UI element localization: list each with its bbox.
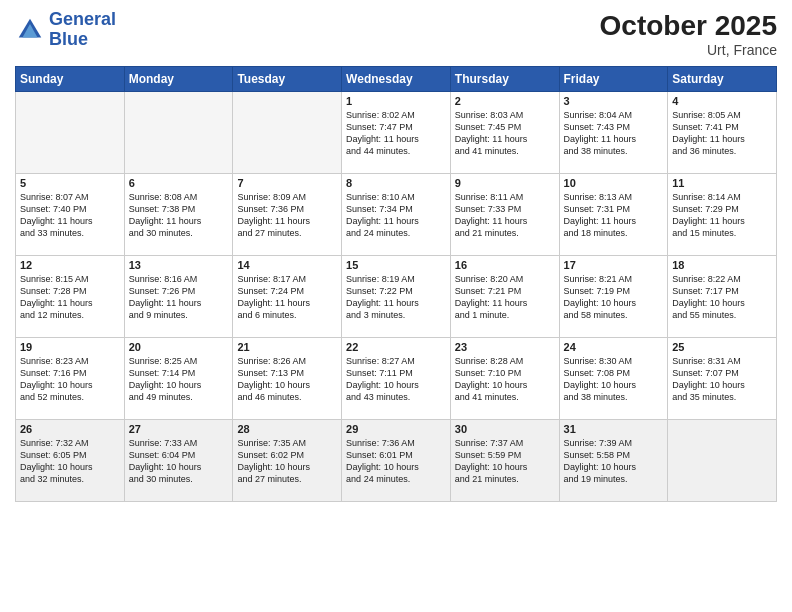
logo-text: General Blue xyxy=(49,10,116,50)
day-number: 11 xyxy=(672,177,772,189)
day-number: 26 xyxy=(20,423,120,435)
location: Urt, France xyxy=(600,42,777,58)
calendar-day-cell: 30Sunrise: 7:37 AMSunset: 5:59 PMDayligh… xyxy=(450,420,559,502)
calendar-day-cell: 14Sunrise: 8:17 AMSunset: 7:24 PMDayligh… xyxy=(233,256,342,338)
day-info: Sunrise: 8:07 AMSunset: 7:40 PMDaylight:… xyxy=(20,191,120,240)
day-number: 21 xyxy=(237,341,337,353)
weekday-header: Wednesday xyxy=(342,67,451,92)
calendar-day-cell: 26Sunrise: 7:32 AMSunset: 6:05 PMDayligh… xyxy=(16,420,125,502)
day-number: 23 xyxy=(455,341,555,353)
calendar-day-cell: 22Sunrise: 8:27 AMSunset: 7:11 PMDayligh… xyxy=(342,338,451,420)
day-info: Sunrise: 8:19 AMSunset: 7:22 PMDaylight:… xyxy=(346,273,446,322)
calendar-week-row: 5Sunrise: 8:07 AMSunset: 7:40 PMDaylight… xyxy=(16,174,777,256)
day-number: 22 xyxy=(346,341,446,353)
calendar-day-cell: 18Sunrise: 8:22 AMSunset: 7:17 PMDayligh… xyxy=(668,256,777,338)
day-number: 8 xyxy=(346,177,446,189)
logo-line1: General xyxy=(49,10,116,30)
day-number: 7 xyxy=(237,177,337,189)
weekday-header: Friday xyxy=(559,67,668,92)
day-number: 17 xyxy=(564,259,664,271)
calendar-week-row: 19Sunrise: 8:23 AMSunset: 7:16 PMDayligh… xyxy=(16,338,777,420)
calendar-day-cell: 4Sunrise: 8:05 AMSunset: 7:41 PMDaylight… xyxy=(668,92,777,174)
day-number: 27 xyxy=(129,423,229,435)
day-info: Sunrise: 8:10 AMSunset: 7:34 PMDaylight:… xyxy=(346,191,446,240)
weekday-header: Tuesday xyxy=(233,67,342,92)
calendar-day-cell xyxy=(124,92,233,174)
calendar-day-cell: 1Sunrise: 8:02 AMSunset: 7:47 PMDaylight… xyxy=(342,92,451,174)
day-number: 5 xyxy=(20,177,120,189)
calendar-day-cell: 23Sunrise: 8:28 AMSunset: 7:10 PMDayligh… xyxy=(450,338,559,420)
calendar-day-cell: 24Sunrise: 8:30 AMSunset: 7:08 PMDayligh… xyxy=(559,338,668,420)
calendar-day-cell xyxy=(233,92,342,174)
day-number: 30 xyxy=(455,423,555,435)
day-number: 3 xyxy=(564,95,664,107)
day-number: 15 xyxy=(346,259,446,271)
calendar-day-cell: 17Sunrise: 8:21 AMSunset: 7:19 PMDayligh… xyxy=(559,256,668,338)
weekday-header: Thursday xyxy=(450,67,559,92)
day-info: Sunrise: 8:16 AMSunset: 7:26 PMDaylight:… xyxy=(129,273,229,322)
day-number: 29 xyxy=(346,423,446,435)
day-info: Sunrise: 8:03 AMSunset: 7:45 PMDaylight:… xyxy=(455,109,555,158)
calendar-day-cell xyxy=(668,420,777,502)
calendar-day-cell: 7Sunrise: 8:09 AMSunset: 7:36 PMDaylight… xyxy=(233,174,342,256)
day-info: Sunrise: 7:32 AMSunset: 6:05 PMDaylight:… xyxy=(20,437,120,486)
calendar-day-cell: 19Sunrise: 8:23 AMSunset: 7:16 PMDayligh… xyxy=(16,338,125,420)
calendar-day-cell xyxy=(16,92,125,174)
calendar-week-row: 1Sunrise: 8:02 AMSunset: 7:47 PMDaylight… xyxy=(16,92,777,174)
day-info: Sunrise: 7:39 AMSunset: 5:58 PMDaylight:… xyxy=(564,437,664,486)
day-number: 4 xyxy=(672,95,772,107)
calendar-day-cell: 27Sunrise: 7:33 AMSunset: 6:04 PMDayligh… xyxy=(124,420,233,502)
calendar-day-cell: 6Sunrise: 8:08 AMSunset: 7:38 PMDaylight… xyxy=(124,174,233,256)
day-info: Sunrise: 8:23 AMSunset: 7:16 PMDaylight:… xyxy=(20,355,120,404)
calendar-day-cell: 10Sunrise: 8:13 AMSunset: 7:31 PMDayligh… xyxy=(559,174,668,256)
day-number: 2 xyxy=(455,95,555,107)
day-info: Sunrise: 8:22 AMSunset: 7:17 PMDaylight:… xyxy=(672,273,772,322)
day-info: Sunrise: 8:14 AMSunset: 7:29 PMDaylight:… xyxy=(672,191,772,240)
day-number: 18 xyxy=(672,259,772,271)
day-info: Sunrise: 8:08 AMSunset: 7:38 PMDaylight:… xyxy=(129,191,229,240)
day-info: Sunrise: 8:27 AMSunset: 7:11 PMDaylight:… xyxy=(346,355,446,404)
calendar-day-cell: 12Sunrise: 8:15 AMSunset: 7:28 PMDayligh… xyxy=(16,256,125,338)
day-number: 28 xyxy=(237,423,337,435)
header: General Blue October 2025 Urt, France xyxy=(15,10,777,58)
calendar-day-cell: 11Sunrise: 8:14 AMSunset: 7:29 PMDayligh… xyxy=(668,174,777,256)
title-block: October 2025 Urt, France xyxy=(600,10,777,58)
calendar-day-cell: 16Sunrise: 8:20 AMSunset: 7:21 PMDayligh… xyxy=(450,256,559,338)
day-number: 19 xyxy=(20,341,120,353)
day-number: 16 xyxy=(455,259,555,271)
day-info: Sunrise: 8:25 AMSunset: 7:14 PMDaylight:… xyxy=(129,355,229,404)
calendar-day-cell: 31Sunrise: 7:39 AMSunset: 5:58 PMDayligh… xyxy=(559,420,668,502)
weekday-header: Sunday xyxy=(16,67,125,92)
calendar-day-cell: 8Sunrise: 8:10 AMSunset: 7:34 PMDaylight… xyxy=(342,174,451,256)
day-info: Sunrise: 7:33 AMSunset: 6:04 PMDaylight:… xyxy=(129,437,229,486)
weekday-header: Monday xyxy=(124,67,233,92)
day-info: Sunrise: 7:35 AMSunset: 6:02 PMDaylight:… xyxy=(237,437,337,486)
day-number: 10 xyxy=(564,177,664,189)
day-info: Sunrise: 8:21 AMSunset: 7:19 PMDaylight:… xyxy=(564,273,664,322)
day-number: 1 xyxy=(346,95,446,107)
calendar-day-cell: 29Sunrise: 7:36 AMSunset: 6:01 PMDayligh… xyxy=(342,420,451,502)
calendar-header-row: SundayMondayTuesdayWednesdayThursdayFrid… xyxy=(16,67,777,92)
day-number: 9 xyxy=(455,177,555,189)
day-info: Sunrise: 8:05 AMSunset: 7:41 PMDaylight:… xyxy=(672,109,772,158)
calendar-day-cell: 21Sunrise: 8:26 AMSunset: 7:13 PMDayligh… xyxy=(233,338,342,420)
day-info: Sunrise: 8:02 AMSunset: 7:47 PMDaylight:… xyxy=(346,109,446,158)
day-number: 25 xyxy=(672,341,772,353)
day-number: 12 xyxy=(20,259,120,271)
calendar-day-cell: 15Sunrise: 8:19 AMSunset: 7:22 PMDayligh… xyxy=(342,256,451,338)
day-info: Sunrise: 7:36 AMSunset: 6:01 PMDaylight:… xyxy=(346,437,446,486)
day-info: Sunrise: 8:15 AMSunset: 7:28 PMDaylight:… xyxy=(20,273,120,322)
calendar-day-cell: 20Sunrise: 8:25 AMSunset: 7:14 PMDayligh… xyxy=(124,338,233,420)
logo-line2: Blue xyxy=(49,30,116,50)
day-info: Sunrise: 8:20 AMSunset: 7:21 PMDaylight:… xyxy=(455,273,555,322)
day-info: Sunrise: 8:17 AMSunset: 7:24 PMDaylight:… xyxy=(237,273,337,322)
day-info: Sunrise: 7:37 AMSunset: 5:59 PMDaylight:… xyxy=(455,437,555,486)
calendar-day-cell: 9Sunrise: 8:11 AMSunset: 7:33 PMDaylight… xyxy=(450,174,559,256)
day-info: Sunrise: 8:04 AMSunset: 7:43 PMDaylight:… xyxy=(564,109,664,158)
calendar-day-cell: 3Sunrise: 8:04 AMSunset: 7:43 PMDaylight… xyxy=(559,92,668,174)
calendar-day-cell: 28Sunrise: 7:35 AMSunset: 6:02 PMDayligh… xyxy=(233,420,342,502)
day-info: Sunrise: 8:28 AMSunset: 7:10 PMDaylight:… xyxy=(455,355,555,404)
month-title: October 2025 xyxy=(600,10,777,42)
logo: General Blue xyxy=(15,10,116,50)
day-number: 6 xyxy=(129,177,229,189)
